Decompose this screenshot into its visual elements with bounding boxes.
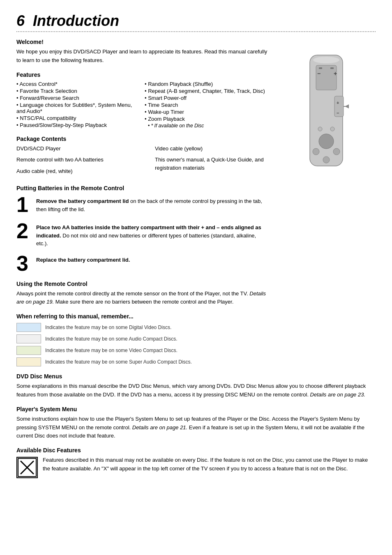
list-item: Repeat (A-B segment, Chapter, Title, Tra… <box>145 88 269 94</box>
disc-type-table: Indicates the feature may be on some Dig… <box>16 323 376 366</box>
features-left-list: Access Control* Favorite Track Selection… <box>16 81 141 129</box>
disc-box-sacd <box>16 357 41 366</box>
package-grid: DVD/SACD Player Remote control with two … <box>16 145 269 179</box>
x-icon <box>16 457 38 478</box>
list-item: Time Search <box>145 101 269 108</box>
disc-box-dvd <box>16 323 41 332</box>
disc-row-sacd: Indicates the feature may be on some Sup… <box>16 357 376 366</box>
list-item: Zoom Playback <box>145 115 269 122</box>
disc-label-vcd: Indicates the feature may be on some Vid… <box>45 348 178 353</box>
disc-row-cd: Indicates the feature may be on some Aud… <box>16 334 376 343</box>
svg-point-15 <box>323 157 330 163</box>
batteries-title: Putting Batteries in the Remote Control <box>16 185 269 191</box>
players-system-menu-title: Player's System Menu <box>16 406 376 412</box>
package-item: Remote control with two AA batteries <box>16 156 130 164</box>
package-contents-title: Package Contents <box>16 136 269 142</box>
step-1: 1 Remove the battery compartment lid on … <box>16 194 269 215</box>
welcome-section: Welcome! We hope you enjoy this DVD/SACD… <box>16 39 269 65</box>
remote-image-col: + − + − <box>277 39 376 313</box>
disc-row-vcd: Indicates the feature may be on some Vid… <box>16 346 376 355</box>
package-item: Video cable (yellow) <box>155 145 269 153</box>
disc-label-dvd: Indicates the feature may be on some Dig… <box>45 325 171 330</box>
svg-rect-2 <box>316 65 337 90</box>
list-item: Paused/Slow/Step-by-Step Playback <box>16 122 141 129</box>
dvd-disc-menus-section: DVD Disc Menus Some explanations in this… <box>16 373 376 399</box>
disc-row-dvd: Indicates the feature may be on some Dig… <box>16 323 376 332</box>
svg-point-12 <box>319 134 334 149</box>
list-item: Wake-up Timer <box>145 108 269 115</box>
step3-bold: Replace the battery compartment lid. <box>36 257 130 263</box>
svg-point-16 <box>318 127 322 131</box>
features-left-col: Access Control* Favorite Track Selection… <box>16 81 141 129</box>
package-left-col: DVD/SACD Player Remote control with two … <box>16 145 130 179</box>
available-disc-content: Features described in this manual may no… <box>16 456 376 478</box>
svg-rect-6 <box>330 67 334 69</box>
list-item: Language choices for Subtitles*, System … <box>16 101 141 115</box>
features-right-col: Random Playback (Shuffle) Repeat (A-B se… <box>145 81 269 129</box>
dvd-disc-menus-title: DVD Disc Menus <box>16 373 376 380</box>
available-disc-features-title: Available Disc Features <box>16 447 376 454</box>
available-disc-features-text: Features described in this manual may no… <box>43 456 376 473</box>
disc-box-vcd <box>16 346 41 355</box>
manual-reference-section: When referring to this manual, remember.… <box>16 313 376 366</box>
welcome-text: We hope you enjoy this DVD/SACD Player a… <box>16 48 269 65</box>
step-2: 2 Place two AA batteries inside the batt… <box>16 220 269 248</box>
manual-reference-title: When referring to this manual, remember.… <box>16 313 376 320</box>
page-container: 6 Introduction Welcome! We hope you enjo… <box>16 12 376 478</box>
list-item: Smart Power-off <box>145 94 269 101</box>
dvd-disc-menus-text: Some explanations in this manual describ… <box>16 382 376 399</box>
available-disc-features-section: Available Disc Features Features describ… <box>16 447 376 478</box>
batteries-section: Putting Batteries in the Remote Control … <box>16 185 269 274</box>
disc-label-sacd: Indicates the feature may be on some Sup… <box>45 359 192 365</box>
players-system-menu-section: Player's System Menu Some instructions e… <box>16 406 376 440</box>
list-item: Access Control* <box>16 81 141 88</box>
svg-point-14 <box>333 148 340 155</box>
package-item: Audio cable (red, white) <box>16 167 130 175</box>
list-item: Random Playback (Shuffle) <box>145 81 269 88</box>
using-remote-text: Always point the remote control directly… <box>16 290 269 307</box>
page-title: 6 Introduction <box>16 12 376 30</box>
svg-text:+: + <box>334 70 337 77</box>
package-item: DVD/SACD Player <box>16 145 130 153</box>
svg-point-17 <box>330 127 334 131</box>
using-remote-section: Using the Remote Control Always point th… <box>16 281 269 307</box>
svg-text:−: − <box>317 70 321 77</box>
remote-control-image: + − + − <box>285 43 367 174</box>
svg-text:+: + <box>337 100 339 105</box>
package-right-col: Video cable (yellow) This owner's manual… <box>155 145 269 179</box>
svg-text:−: − <box>337 111 339 115</box>
welcome-title: Welcome! <box>16 39 269 45</box>
step-3: 3 Replace the battery compartment lid. <box>16 253 269 274</box>
step1-bold: Remove the battery compartment lid <box>36 198 129 204</box>
players-system-menu-text: Some instructions explain how to use the… <box>16 415 376 440</box>
svg-point-1 <box>313 57 339 63</box>
list-item: Favorite Track Selection <box>16 88 141 94</box>
using-remote-title: Using the Remote Control <box>16 281 269 287</box>
disc-label-cd: Indicates the feature may be on some Aud… <box>45 336 178 342</box>
list-item: NTSC/PAL compatibility <box>16 115 141 122</box>
list-item: Forward/Reverse Search <box>16 94 141 101</box>
package-item: This owner's manual, a Quick-Use Guide, … <box>155 156 269 172</box>
step2-rest: Do not mix old and new batteries or diff… <box>36 233 256 247</box>
features-title: Features <box>16 71 269 78</box>
svg-rect-5 <box>319 67 322 69</box>
package-contents-section: Package Contents DVD/SACD Player Remote … <box>16 136 269 179</box>
disc-box-cd <box>16 334 41 343</box>
features-right-list: Random Playback (Shuffle) Repeat (A-B se… <box>145 81 269 129</box>
svg-point-13 <box>313 148 319 155</box>
list-item-note: * If available on the Disc <box>145 122 269 129</box>
features-section: Features Access Control* Favorite Track … <box>16 71 269 129</box>
